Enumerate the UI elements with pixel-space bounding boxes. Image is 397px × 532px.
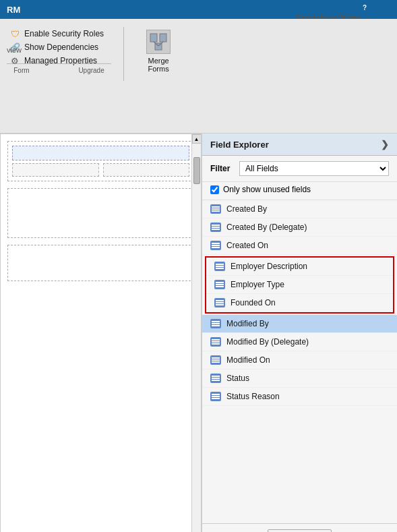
list-item[interactable]: Status (202, 370, 397, 388)
list-item[interactable]: Created On (202, 237, 397, 255)
form-field-1 (12, 146, 189, 160)
field-label: Modified By (226, 319, 269, 328)
field-label: Created By (Delegate) (226, 223, 307, 232)
form-field-2b (103, 163, 190, 177)
show-dependencies-button[interactable]: 🔗 Show Dependencies (7, 40, 106, 54)
form-canvas: ▲ ▼ (0, 134, 202, 532)
list-item[interactable]: Status Reason (202, 388, 397, 406)
field-icon (210, 355, 221, 365)
shield-icon: 🛡 (9, 28, 20, 39)
field-label: Founded On (231, 298, 276, 307)
field-label: Modified On (226, 355, 270, 365)
enable-security-roles-label: Enable Security Roles (24, 29, 104, 38)
field-explorer-chevron[interactable]: ❯ (381, 139, 389, 150)
view-label: view (7, 46, 22, 54)
show-dependencies-label: Show Dependencies (24, 42, 98, 52)
form-row-1 (7, 141, 194, 181)
field-label: Status (226, 374, 249, 383)
svg-rect-0 (150, 34, 157, 42)
vertical-scrollbar[interactable]: ▲ ▼ (191, 134, 201, 532)
field-explorer-title: Field Explorer (210, 140, 269, 150)
list-item[interactable]: Created By (202, 200, 397, 218)
field-icon (210, 241, 221, 250)
field-icon (214, 262, 225, 271)
field-icon (210, 319, 221, 328)
field-label: Status Reason (226, 392, 280, 401)
app-title: RM (7, 5, 20, 15)
upgrade-group-label: Upgrade (78, 67, 104, 74)
field-label: Employer Description (231, 262, 307, 271)
merge-forms-label: MergeForms (148, 57, 169, 73)
checkbox-row: Only show unused fields (202, 182, 397, 200)
form-field-2a (12, 163, 99, 177)
field-list: Created By Created By (Delegate) Created… (202, 200, 397, 523)
field-icon (214, 280, 225, 289)
form-group-label: Form (13, 67, 29, 74)
ribbon-separator (123, 27, 124, 81)
enable-security-roles-button[interactable]: 🛡 Enable Security Roles (7, 27, 106, 40)
unused-fields-label: Only show unused fields (223, 185, 311, 194)
main-area: ▲ ▼ Field Explorer ❯ Filter All Fields C… (0, 134, 397, 532)
list-item[interactable]: Created By (Delegate) (202, 218, 397, 237)
field-icon (214, 298, 225, 307)
filter-row: Filter All Fields Custom Fields System F… (202, 156, 397, 182)
form-section-2 (12, 193, 189, 233)
user-name: Ashish Trivedi (301, 3, 357, 13)
field-label: Created On (226, 241, 268, 250)
new-field-button[interactable]: New Field (268, 529, 332, 532)
scroll-up-arrow[interactable]: ▲ (192, 134, 202, 144)
highlighted-field-group: Employer Description Employer Type Found… (205, 256, 394, 314)
field-icon (210, 204, 221, 214)
list-item[interactable]: Employer Type (206, 276, 393, 294)
field-explorer-panel: Field Explorer ❯ Filter All Fields Custo… (202, 134, 397, 532)
title-bar: RM Ashish Trivedi ? Semaphore Writes ▲ (0, 0, 397, 19)
ribbon-area: 🛡 Enable Security Roles 🔗 Show Dependenc… (0, 19, 397, 134)
list-item-selected[interactable]: Modified By (202, 315, 397, 333)
merge-forms-button[interactable]: MergeForms (141, 27, 176, 76)
filter-label: Filter (210, 164, 234, 173)
field-explorer-header: Field Explorer ❯ (202, 134, 397, 156)
list-item[interactable]: Employer Description (206, 258, 393, 276)
form-section-3 (12, 249, 189, 276)
svg-rect-1 (160, 34, 166, 42)
scroll-thumb[interactable] (193, 157, 200, 184)
field-explorer-footer: New Field (202, 523, 397, 532)
list-item[interactable]: Founded On (206, 294, 393, 312)
field-icon (210, 337, 221, 347)
field-icon (210, 374, 221, 383)
list-item[interactable]: Modified On (202, 351, 397, 370)
form-row-3 (7, 245, 194, 281)
help-icon[interactable]: ? (359, 3, 370, 13)
field-label: Employer Type (231, 280, 284, 289)
filter-select[interactable]: All Fields Custom Fields System Fields (239, 161, 389, 176)
merge-icon (146, 30, 171, 54)
form-content (1, 134, 201, 288)
field-icon (210, 223, 221, 232)
unused-fields-checkbox[interactable] (210, 185, 219, 194)
field-label: Created By (226, 204, 267, 214)
field-icon (210, 392, 221, 401)
list-spacer (202, 406, 397, 523)
list-item[interactable]: Modified By (Delegate) (202, 333, 397, 351)
field-label: Modified By (Delegate) (226, 337, 309, 347)
form-row-2 (7, 188, 194, 238)
